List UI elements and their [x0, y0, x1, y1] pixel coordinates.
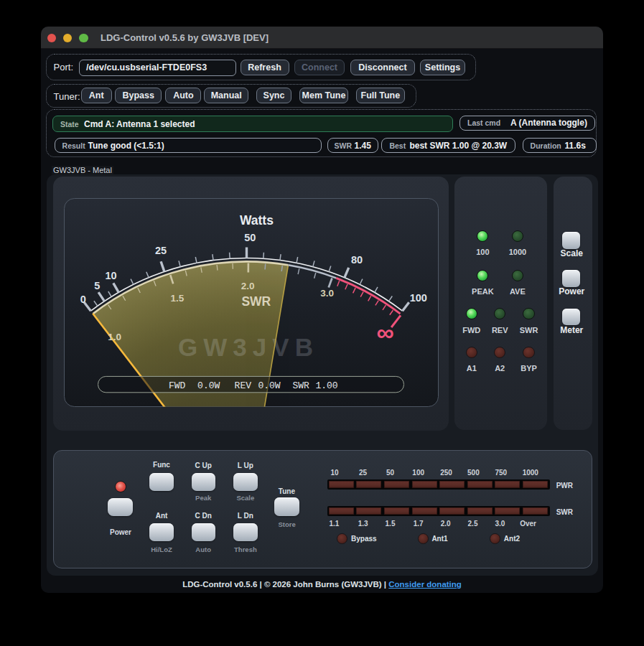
svg-text:GW3JVB: GW3JVB	[178, 333, 319, 361]
svg-text:100: 100	[409, 292, 426, 304]
svg-text:REV: REV	[234, 380, 251, 391]
svg-text:80: 80	[351, 254, 363, 266]
svg-text:1.00: 1.00	[315, 380, 337, 391]
svg-text:Watts: Watts	[239, 213, 273, 228]
svg-text:FWD: FWD	[168, 380, 185, 391]
svg-text:3.0: 3.0	[320, 288, 334, 299]
svg-text:1.0: 1.0	[108, 332, 121, 342]
svg-text:SWR: SWR	[241, 294, 271, 309]
svg-text:50: 50	[244, 232, 256, 243]
svg-text:2.0: 2.0	[241, 281, 254, 291]
svg-text:25: 25	[155, 245, 167, 256]
svg-text:SWR: SWR	[292, 380, 309, 391]
svg-text:10: 10	[105, 270, 116, 281]
svg-text:0: 0	[80, 294, 85, 305]
svg-text:5: 5	[94, 280, 100, 291]
svg-text:1.5: 1.5	[170, 293, 184, 304]
svg-text:0.0W: 0.0W	[258, 380, 280, 391]
svg-text:0.0W: 0.0W	[197, 380, 220, 391]
svg-text:∞: ∞	[376, 319, 393, 346]
